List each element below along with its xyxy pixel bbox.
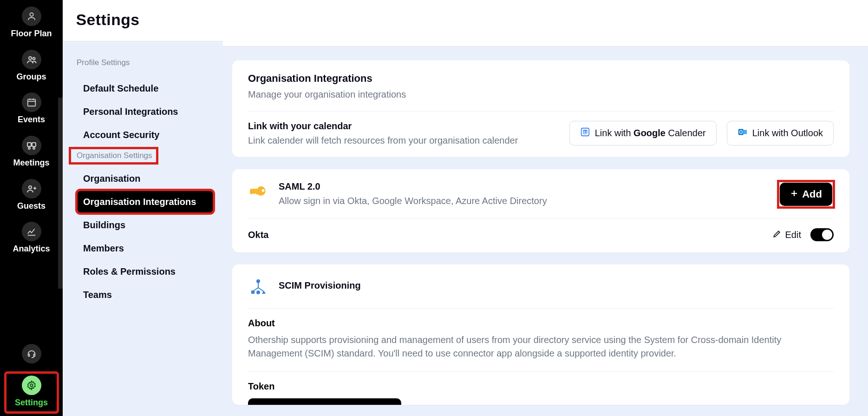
org-integrations-title: Organisation Integrations <box>248 73 834 85</box>
okta-row: Okta Edit <box>248 228 834 241</box>
svg-rect-17 <box>251 291 255 294</box>
settings-nav: Profile Settings Default Schedule Person… <box>63 41 223 306</box>
link-personal-integrations[interactable]: Personal Integrations <box>77 100 214 123</box>
svg-rect-3 <box>27 99 35 106</box>
gear-icon <box>22 376 41 395</box>
settings-column: Settings Profile Settings Default Schedu… <box>63 0 223 416</box>
nav-label: Analytics <box>13 244 50 254</box>
add-button-label: Add <box>802 188 822 200</box>
nav-guests[interactable]: Guests <box>0 174 63 218</box>
google-button-label: Link with Google Calender <box>595 128 706 139</box>
google-calendar-icon: 31 <box>580 127 590 139</box>
add-saml-button[interactable]: Add <box>780 183 832 206</box>
nav-label: Meetings <box>13 158 49 168</box>
card-saml: SAML 2.0 Allow sign in via Okta, Google … <box>232 169 849 252</box>
card-scim: SCIM Provisioning About Othership suppor… <box>232 264 849 405</box>
nav-analytics[interactable]: Analytics <box>0 217 63 260</box>
link-members[interactable]: Members <box>77 237 214 260</box>
organisation-settings-label: Organisation Settings <box>77 151 152 160</box>
svg-rect-4 <box>27 143 31 146</box>
calendar-row: Link with your calendar Link calender wi… <box>248 121 834 146</box>
svg-point-8 <box>29 186 32 189</box>
nav-scrollbar[interactable] <box>58 98 63 416</box>
group-icon <box>22 50 41 69</box>
outlook-button-label: Link with Outlook <box>752 128 823 139</box>
link-google-calendar-button[interactable]: 31 Link with Google Calender <box>569 121 717 145</box>
edit-label: Edit <box>785 230 801 240</box>
outlook-icon: O <box>737 127 748 139</box>
svg-point-0 <box>30 13 33 16</box>
svg-text:31: 31 <box>583 131 587 135</box>
link-buildings[interactable]: Buildings <box>77 213 214 237</box>
key-icon <box>248 181 268 202</box>
token-label: Token <box>248 381 834 392</box>
link-account-security[interactable]: Account Security <box>77 123 214 146</box>
svg-point-9 <box>30 384 33 387</box>
svg-rect-15 <box>743 130 747 134</box>
nav-label: Floor Plan <box>11 29 52 39</box>
person-icon <box>22 7 41 26</box>
primary-nav: Floor Plan Groups Events Meetings Guests… <box>0 0 63 416</box>
nav-label: Settings <box>15 398 48 408</box>
calendar-desc: Link calender will fetch resources from … <box>248 135 555 146</box>
page-header: Settings <box>63 0 223 41</box>
link-organisation[interactable]: Organisation <box>77 167 214 190</box>
analytics-icon <box>22 222 41 241</box>
meetings-icon <box>22 136 41 155</box>
about-desc: Othership supports provisioning and mana… <box>248 333 834 360</box>
main-content: Organisation Integrations Manage your or… <box>223 0 868 416</box>
calendar-icon <box>22 92 41 112</box>
nav-support[interactable] <box>0 341 63 373</box>
link-default-schedule[interactable]: Default Schedule <box>77 77 214 100</box>
page-title: Settings <box>76 11 140 29</box>
headset-icon <box>22 344 41 363</box>
saml-desc: Allow sign in via Okta, Google Workspace… <box>279 196 764 206</box>
guests-icon <box>22 179 41 198</box>
link-outlook-button[interactable]: O Link with Outlook <box>727 121 834 145</box>
nav-groups[interactable]: Groups <box>0 45 63 88</box>
link-teams[interactable]: Teams <box>77 283 214 306</box>
svg-point-18 <box>256 291 260 294</box>
scim-title: SCIM Provisioning <box>279 280 834 291</box>
saml-title: SAML 2.0 <box>279 181 764 192</box>
card-integrations: Organisation Integrations Manage your or… <box>232 60 849 157</box>
edit-okta-button[interactable]: Edit <box>772 229 801 241</box>
header-strip <box>223 0 868 46</box>
svg-point-16 <box>256 279 260 283</box>
plus-icon <box>790 188 798 200</box>
svg-point-2 <box>33 57 35 59</box>
token-field-stub[interactable] <box>248 398 401 405</box>
org-integrations-subtitle: Manage your organisation integrations <box>248 89 834 100</box>
profile-settings-label: Profile Settings <box>77 58 214 67</box>
svg-point-7 <box>33 147 35 149</box>
svg-rect-5 <box>32 143 36 146</box>
svg-point-6 <box>28 147 30 149</box>
okta-label: Okta <box>248 230 268 240</box>
svg-text:O: O <box>739 130 743 135</box>
link-roles-permissions[interactable]: Roles & Permissions <box>77 260 214 283</box>
pencil-icon <box>772 229 782 241</box>
svg-point-1 <box>29 57 32 59</box>
calendar-title: Link with your calendar <box>248 121 555 132</box>
link-organisation-integrations[interactable]: Organisation Integrations <box>77 190 214 213</box>
nav-label: Groups <box>16 72 46 82</box>
nav-floor-plan[interactable]: Floor Plan <box>0 2 63 45</box>
nav-settings[interactable]: Settings <box>6 373 58 412</box>
okta-toggle[interactable] <box>810 228 834 241</box>
nav-label: Guests <box>17 201 46 211</box>
nav-label: Events <box>18 115 45 125</box>
nav-meetings[interactable]: Meetings <box>0 131 63 174</box>
nav-events[interactable]: Events <box>0 88 63 131</box>
about-label: About <box>248 318 834 329</box>
scim-icon <box>248 277 268 297</box>
